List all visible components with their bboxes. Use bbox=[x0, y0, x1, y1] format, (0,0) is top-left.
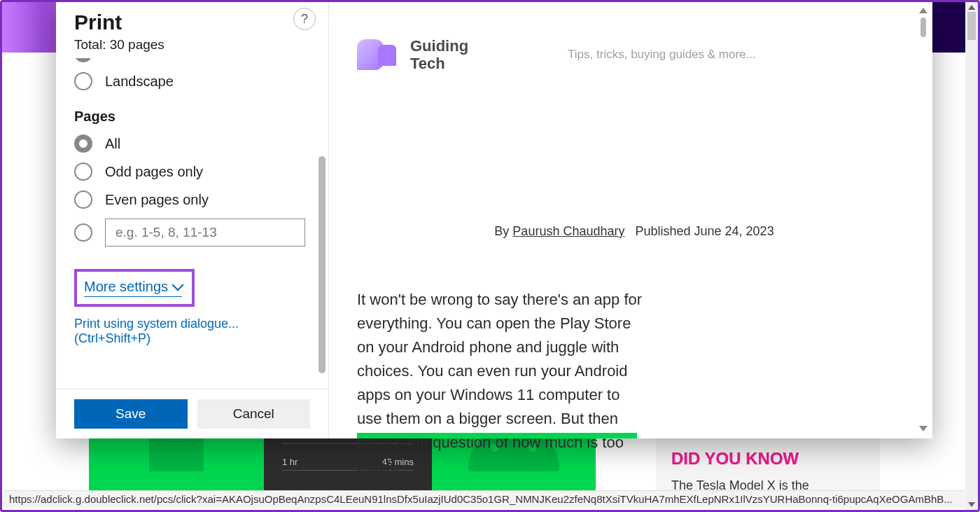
radio-icon bbox=[74, 72, 92, 90]
article-byline: By Paurush Chaudhary Published June 24, … bbox=[357, 224, 911, 239]
site-header: Guiding Tech Tips, tricks, buying guides… bbox=[357, 37, 911, 73]
pages-all-label: All bbox=[105, 136, 120, 152]
pages-range-row[interactable] bbox=[74, 219, 310, 247]
print-settings-body: Portrait Landscape Pages All Odd pages o… bbox=[56, 58, 328, 389]
more-settings-label: More settings bbox=[84, 279, 168, 295]
search-placeholder: Tips, tricks, buying guides & more... bbox=[568, 48, 756, 62]
logo-text: Guiding Tech bbox=[410, 37, 468, 73]
by-prefix: By bbox=[494, 224, 512, 238]
scroll-up-icon bbox=[919, 8, 927, 13]
pages-section-title: Pages bbox=[74, 109, 310, 125]
print-header: Print Total: 30 pages bbox=[56, 2, 328, 58]
page-range-input[interactable] bbox=[105, 219, 305, 247]
print-title: Print bbox=[74, 11, 310, 34]
orientation-portrait-row[interactable]: Portrait bbox=[74, 58, 310, 62]
help-button[interactable]: ? bbox=[293, 8, 316, 30]
help-icon: ? bbox=[301, 12, 308, 27]
save-button[interactable]: Save bbox=[74, 399, 188, 429]
logo-line2: Tech bbox=[410, 55, 468, 72]
print-total-pages: Total: 30 pages bbox=[74, 37, 310, 53]
status-bar-url: https://adclick.g.doubleclick.net/pcs/cl… bbox=[4, 490, 965, 508]
pages-odd-row[interactable]: Odd pages only bbox=[74, 162, 310, 181]
radio-icon bbox=[74, 223, 92, 242]
scroll-thumb[interactable] bbox=[920, 18, 926, 37]
pages-even-label: Even pages only bbox=[105, 192, 209, 208]
article-hero-strip bbox=[357, 433, 637, 438]
author-link[interactable]: Paurush Chaudhary bbox=[512, 224, 624, 238]
logo-icon bbox=[357, 39, 400, 70]
radio-icon bbox=[74, 191, 92, 209]
print-preview-panel: Guiding Tech Tips, tricks, buying guides… bbox=[329, 2, 932, 438]
radio-icon bbox=[74, 134, 92, 153]
page-scrollbar[interactable] bbox=[965, 2, 978, 510]
pages-all-row[interactable]: All bbox=[74, 134, 310, 153]
scroll-down-icon bbox=[919, 426, 927, 431]
cancel-button[interactable]: Cancel bbox=[197, 399, 311, 429]
orientation-landscape-label: Landscape bbox=[105, 74, 174, 90]
logo-line1: Guiding bbox=[410, 37, 468, 55]
more-settings-link[interactable]: More settings bbox=[84, 279, 182, 297]
stat-cell: 1 hr bbox=[282, 457, 298, 467]
print-dialog: ? Print Total: 30 pages Portrait Landsca… bbox=[56, 2, 932, 438]
article-body: It won't be wrong to say there's an app … bbox=[357, 288, 644, 479]
scroll-thumb[interactable] bbox=[967, 12, 976, 40]
pages-odd-label: Odd pages only bbox=[105, 164, 203, 180]
did-you-know-title: DID YOU KNOW bbox=[671, 449, 864, 469]
print-footer: Save Cancel bbox=[56, 389, 328, 438]
orientation-landscape-row[interactable]: Landscape bbox=[74, 72, 310, 90]
radio-icon bbox=[74, 58, 92, 62]
pages-even-row[interactable]: Even pages only bbox=[74, 191, 310, 209]
settings-scrollbar-thumb[interactable] bbox=[318, 156, 326, 373]
chevron-down-icon bbox=[172, 279, 184, 291]
scroll-down-icon bbox=[968, 502, 975, 507]
system-dialog-link[interactable]: Print using system dialogue... (Ctrl+Shi… bbox=[74, 317, 310, 346]
published-date: Published June 24, 2023 bbox=[635, 224, 774, 238]
print-settings-panel: ? Print Total: 30 pages Portrait Landsca… bbox=[56, 2, 329, 438]
scroll-up-icon bbox=[968, 5, 975, 10]
more-settings-highlight: More settings bbox=[74, 269, 195, 307]
radio-icon bbox=[74, 162, 92, 181]
preview-scrollbar[interactable] bbox=[918, 8, 928, 431]
